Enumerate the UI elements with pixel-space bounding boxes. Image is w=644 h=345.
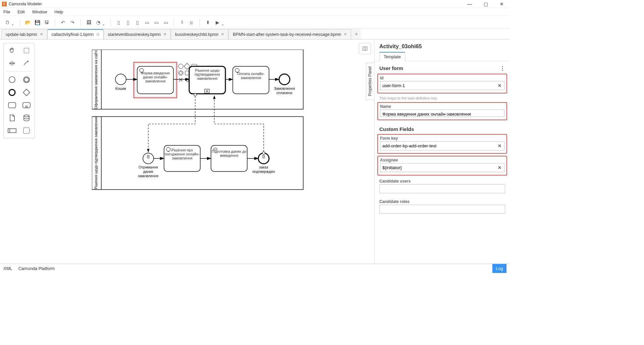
section-userform: User form <box>379 65 403 72</box>
titlebar: C Camunda Modeler — ▢ ✕ <box>0 0 510 8</box>
svg-point-3 <box>24 78 29 82</box>
end-event-icon[interactable] <box>7 88 17 97</box>
properties-panel: Properties Panel Activity_03ohi65 Templa… <box>374 40 510 264</box>
svg-point-40 <box>194 93 197 96</box>
color-icon[interactable]: ◔ <box>94 18 102 26</box>
section-menu-icon[interactable]: ⋮ <box>500 65 505 72</box>
svg-rect-10 <box>8 129 16 133</box>
svg-point-24 <box>179 72 182 75</box>
data-object-icon[interactable] <box>7 113 17 123</box>
close-icon[interactable]: ✕ <box>163 32 166 37</box>
tab-template[interactable]: Template <box>379 52 405 61</box>
svg-point-38 <box>258 153 269 164</box>
save-as-icon[interactable]: 🖫 <box>43 18 51 26</box>
save-icon[interactable]: 💾 <box>33 18 41 26</box>
image-icon[interactable]: 🖼 <box>85 18 93 26</box>
svg-rect-0 <box>24 48 29 53</box>
end1-label-b: сплачено <box>276 91 292 95</box>
task-icon[interactable] <box>7 100 17 110</box>
distribute-v-icon[interactable]: ⫼ <box>187 18 196 26</box>
subprocess-icon[interactable] <box>22 100 31 110</box>
id-hint: This maps to the task definition key. <box>375 95 510 102</box>
align-right-icon[interactable]: ▯ <box>133 18 142 26</box>
menu-edit[interactable]: Edit <box>16 9 26 15</box>
diagram-canvas[interactable]: Оформлення замовлення на сайті Кошик Фор… <box>38 40 374 264</box>
close-icon[interactable]: ✕ <box>221 32 224 37</box>
redo-icon[interactable]: ↷ <box>68 18 76 26</box>
new-file-icon[interactable]: 🗋 <box>3 18 11 26</box>
clear-icon[interactable]: ✕ <box>495 83 504 88</box>
svg-point-20 <box>178 64 183 69</box>
file-tabs: update-lab.bpmn✕ callactivityfinal-1.bpm… <box>0 29 510 40</box>
group-icon[interactable] <box>22 126 31 135</box>
distribute-h-icon[interactable]: ⫴ <box>178 18 186 26</box>
align-bottom-icon[interactable]: ▭ <box>162 18 170 26</box>
end2-label-b: подтвержден <box>252 169 275 174</box>
svg-point-9 <box>24 115 29 117</box>
start2-label-a: Отримання <box>139 165 158 169</box>
connect-tool-icon[interactable] <box>22 59 31 68</box>
tab-3[interactable]: bussineskeychild.bpmn✕ <box>171 29 228 39</box>
svg-point-41 <box>262 152 265 154</box>
candidate-roles-input[interactable] <box>380 205 505 213</box>
tab-4[interactable]: BPMN-start-after-system-task-by-received… <box>228 29 351 39</box>
align-middle-icon[interactable]: ▭ <box>152 18 160 26</box>
id-input[interactable] <box>380 81 495 90</box>
properties-panel-toggle[interactable]: Properties Panel <box>366 63 374 100</box>
end2-label-a: заказ <box>259 165 268 169</box>
log-button[interactable]: Log <box>492 264 506 273</box>
start2-label-b: даних <box>143 169 154 174</box>
assignee-label: Assignee <box>380 158 504 162</box>
task5-label: Підготовка даних до виведення <box>212 148 247 157</box>
hand-tool-icon[interactable] <box>7 46 17 55</box>
status-xml[interactable]: XML <box>3 266 12 271</box>
lasso-tool-icon[interactable] <box>22 46 31 55</box>
align-left-icon[interactable]: ▯ <box>115 18 123 26</box>
start1-label: Кошик <box>115 86 126 90</box>
panel-header: Activity_03ohi65 <box>375 40 510 52</box>
formkey-input[interactable] <box>380 142 495 150</box>
minimap-icon[interactable] <box>359 43 371 54</box>
menu-window[interactable]: Window <box>31 9 48 15</box>
start-event-icon[interactable] <box>7 75 17 84</box>
app-icon: C <box>2 2 7 6</box>
menu-file[interactable]: File <box>2 9 11 15</box>
run-icon[interactable]: ▶ <box>213 18 221 26</box>
svg-rect-6 <box>8 102 16 108</box>
clear-icon[interactable]: ✕ <box>495 165 504 170</box>
candidate-roles-label: Candidate roles <box>379 199 505 204</box>
pool-icon[interactable] <box>7 126 17 135</box>
menu-help[interactable]: Help <box>53 9 64 15</box>
task3-label: Оплата онлайн-замовлення <box>233 70 268 80</box>
data-store-icon[interactable] <box>22 113 31 123</box>
tab-2[interactable]: starteventbussineskey.bpmn✕ <box>104 29 171 39</box>
space-tool-icon[interactable] <box>7 59 17 68</box>
tab-1[interactable]: callactivityfinal-1.bpmn <box>47 29 104 39</box>
close-icon[interactable]: ✕ <box>344 32 347 37</box>
end1-label-a: Замовлення <box>274 86 295 90</box>
align-top-icon[interactable]: ▭ <box>143 18 151 26</box>
undo-icon[interactable]: ↶ <box>59 18 67 26</box>
status-platform[interactable]: Camunda Platform <box>18 266 55 271</box>
open-icon[interactable]: 📂 <box>24 18 32 26</box>
align-center-icon[interactable]: ▯ <box>124 18 132 26</box>
intermediate-event-icon[interactable] <box>22 75 31 84</box>
element-palette <box>3 43 35 138</box>
gateway-icon[interactable] <box>22 88 31 97</box>
close-window-button[interactable]: ✕ <box>496 1 508 7</box>
lane1-label: Оформлення замовлення на сайті <box>94 50 98 109</box>
name-input[interactable]: Форма введення даних онлайн-замовлення <box>380 110 504 117</box>
clear-icon[interactable]: ✕ <box>495 143 504 148</box>
minimize-button[interactable]: — <box>464 1 476 7</box>
deploy-icon[interactable]: ⬆ <box>204 18 212 26</box>
candidate-users-label: Candidate users <box>379 179 505 184</box>
close-icon[interactable]: ✕ <box>40 32 43 37</box>
new-tab-button[interactable]: + <box>351 29 361 39</box>
tab-0[interactable]: update-lab.bpmn✕ <box>1 29 47 39</box>
maximize-button[interactable]: ▢ <box>480 1 492 7</box>
statusbar: XML Camunda Platform Log <box>0 264 510 273</box>
candidate-users-input[interactable] <box>380 185 505 193</box>
assignee-input[interactable] <box>380 163 495 172</box>
dirty-indicator <box>97 33 99 36</box>
svg-point-4 <box>9 89 15 95</box>
